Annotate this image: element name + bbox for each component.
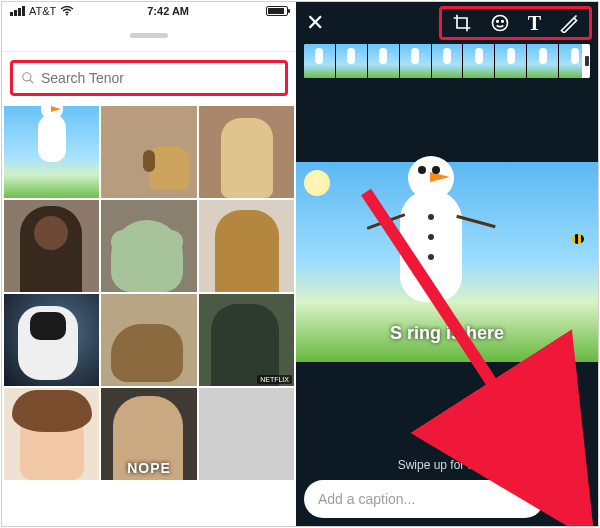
gif-grid: NETFLIX NOPE xyxy=(2,106,296,480)
send-icon xyxy=(562,490,580,508)
gif-cell[interactable]: NETFLIX xyxy=(199,294,294,386)
bee-decoration xyxy=(572,234,584,244)
media-preview: S ring is here xyxy=(296,162,598,362)
video-trim-filmstrip[interactable] xyxy=(304,44,590,78)
tenor-picker-pane: AT&T 7:42 AM NETFLIX NOPE xyxy=(2,2,296,526)
svg-point-1 xyxy=(23,73,31,81)
gif-cell[interactable] xyxy=(4,106,99,198)
signal-icon xyxy=(10,6,25,16)
caption-input[interactable]: Add a caption... xyxy=(304,480,544,518)
ios-status-bar: AT&T 7:42 AM xyxy=(2,2,296,20)
sheet-grabber[interactable] xyxy=(130,33,168,38)
gif-cell[interactable] xyxy=(4,200,99,292)
caption-placeholder: Add a caption... xyxy=(318,491,415,507)
close-icon[interactable]: ✕ xyxy=(306,12,324,34)
chevron-up-icon: ︿ xyxy=(296,439,598,456)
editor-canvas-area[interactable]: S ring is here xyxy=(296,92,598,428)
emoji-icon[interactable] xyxy=(490,13,510,33)
editor-tools-highlight: T xyxy=(439,6,592,40)
svg-line-2 xyxy=(30,80,34,84)
search-icon xyxy=(21,71,35,85)
trim-handle-right[interactable] xyxy=(582,44,590,78)
gif-cell[interactable] xyxy=(4,294,99,386)
swipe-hint[interactable]: ︿ Swipe up for filters xyxy=(296,439,598,472)
netflix-badge: NETFLIX xyxy=(257,375,292,384)
swipe-hint-label: Swipe up for filters xyxy=(398,458,497,472)
svg-point-5 xyxy=(501,21,503,23)
editor-top-bar: ✕ T xyxy=(296,2,598,44)
carrier-label: AT&T xyxy=(29,5,56,17)
caption-row: Add a caption... xyxy=(304,480,590,518)
battery-icon xyxy=(266,6,288,16)
gif-cell[interactable] xyxy=(199,388,294,480)
send-button[interactable] xyxy=(552,480,590,518)
draw-icon[interactable] xyxy=(559,13,579,33)
gif-cell[interactable] xyxy=(4,388,99,480)
gif-cell[interactable]: NOPE xyxy=(101,388,196,480)
text-tool-icon[interactable]: T xyxy=(528,12,541,35)
gif-cell[interactable] xyxy=(101,294,196,386)
media-overlay-text: S ring is here xyxy=(390,323,504,344)
wifi-icon xyxy=(60,6,74,16)
search-field-highlight xyxy=(10,60,288,96)
media-editor-pane: ✕ T xyxy=(296,2,598,526)
olaf-figure xyxy=(400,190,462,302)
gif-cell[interactable] xyxy=(199,200,294,292)
sun-decoration xyxy=(304,170,330,196)
svg-point-3 xyxy=(492,16,507,31)
nope-caption: NOPE xyxy=(127,460,171,476)
search-input[interactable] xyxy=(41,70,277,86)
gif-cell[interactable] xyxy=(101,200,196,292)
svg-point-4 xyxy=(496,21,498,23)
crop-icon[interactable] xyxy=(452,13,472,33)
gif-cell[interactable] xyxy=(199,106,294,198)
gif-cell[interactable] xyxy=(101,106,196,198)
svg-point-0 xyxy=(66,14,68,16)
status-time: 7:42 AM xyxy=(74,5,262,17)
sheet-top-bar xyxy=(2,20,296,52)
